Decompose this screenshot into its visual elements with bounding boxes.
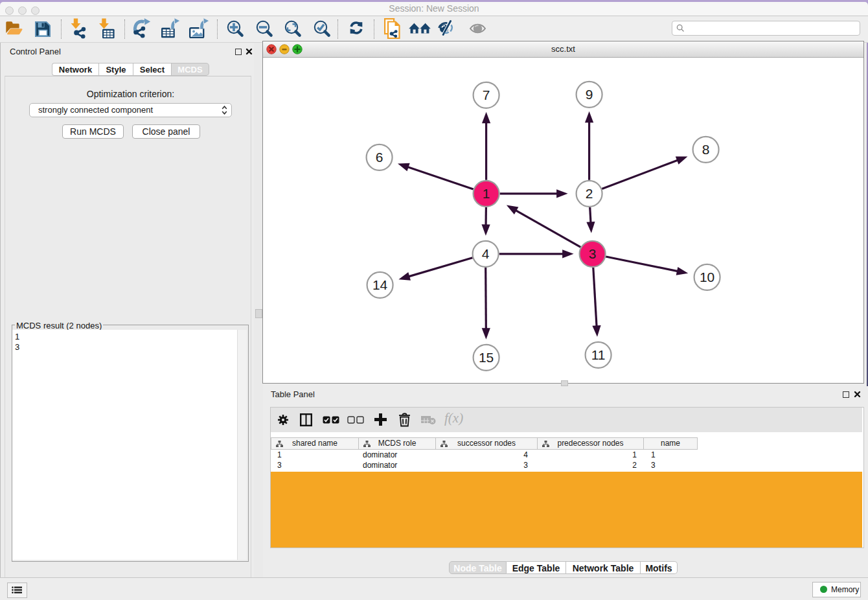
svg-text:6: 6 [376, 150, 383, 165]
svg-text:3: 3 [589, 246, 597, 261]
svg-text:10: 10 [700, 270, 714, 284]
svg-text:2: 2 [586, 186, 593, 201]
svg-text:11: 11 [591, 347, 606, 362]
svg-text:15: 15 [479, 350, 494, 365]
svg-text:9: 9 [586, 87, 593, 102]
svg-text:8: 8 [702, 142, 710, 157]
svg-text:7: 7 [483, 87, 490, 102]
svg-text:1: 1 [483, 186, 490, 201]
svg-text:4: 4 [482, 246, 490, 261]
svg-text:14: 14 [372, 277, 388, 292]
